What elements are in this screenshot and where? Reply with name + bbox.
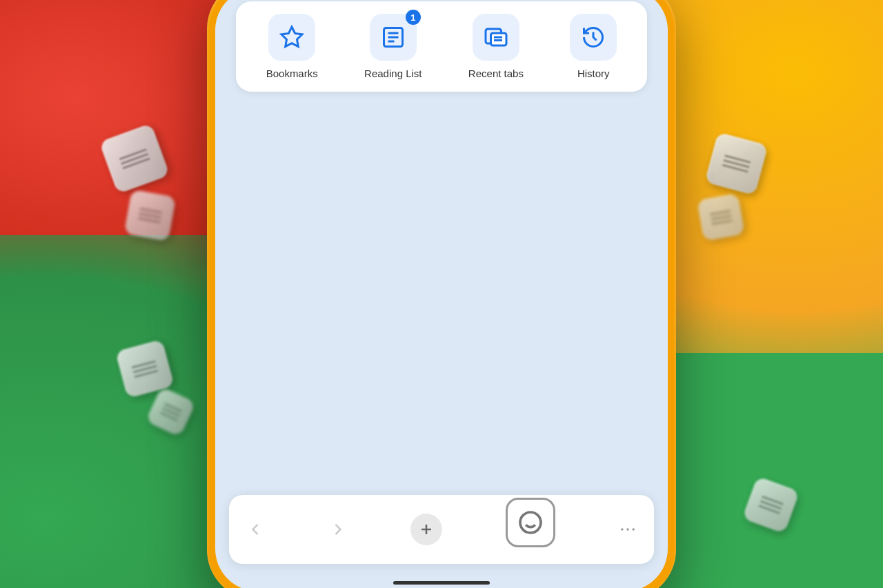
star-icon: [279, 25, 304, 50]
more-options-button[interactable]: [618, 520, 637, 539]
svg-point-16: [632, 528, 635, 531]
reading-list-badge: 1: [406, 10, 421, 25]
recent-tabs-icon-wrap: [473, 14, 519, 61]
menu-bar: Bookmarks 1 Reading List: [236, 1, 647, 92]
recent-tabs-item[interactable]: Recent tabs: [468, 14, 524, 79]
forward-arrow-icon: [328, 520, 348, 539]
svg-point-15: [626, 528, 629, 531]
bookmarks-icon-wrap: [268, 14, 315, 61]
recent-tabs-icon: [484, 25, 508, 50]
back-button[interactable]: [246, 520, 265, 539]
reading-list-label: Reading List: [364, 68, 421, 79]
history-label: History: [577, 68, 610, 79]
bookmarks-label: Bookmarks: [266, 68, 318, 79]
home-indicator: [393, 581, 490, 585]
history-icon: [581, 25, 606, 50]
plus-icon: [418, 521, 435, 538]
add-tab-button[interactable]: [410, 514, 442, 545]
bookmarks-item[interactable]: Bookmarks: [266, 14, 318, 79]
phone-screen: Bookmarks 1 Reading List: [215, 0, 668, 588]
back-arrow-icon: [246, 520, 265, 539]
float-object-2: [124, 190, 176, 241]
history-item[interactable]: History: [570, 14, 617, 79]
reading-list-item[interactable]: 1 Reading List: [364, 14, 421, 79]
smiley-icon: [517, 509, 544, 536]
svg-point-14: [621, 528, 624, 531]
svg-point-11: [520, 512, 541, 533]
reading-list-icon: [381, 25, 406, 50]
recent-tabs-label: Recent tabs: [468, 68, 524, 79]
bottom-toolbar: [229, 495, 654, 564]
reading-list-icon-wrap: 1: [370, 14, 417, 61]
float-object-6: [697, 193, 745, 241]
phone: Bookmarks 1 Reading List: [207, 0, 676, 588]
svg-marker-0: [281, 27, 302, 47]
more-dots-icon: [618, 520, 637, 539]
ntp-button[interactable]: [506, 498, 555, 547]
history-icon-wrap: [570, 14, 617, 61]
forward-button[interactable]: [328, 520, 348, 539]
